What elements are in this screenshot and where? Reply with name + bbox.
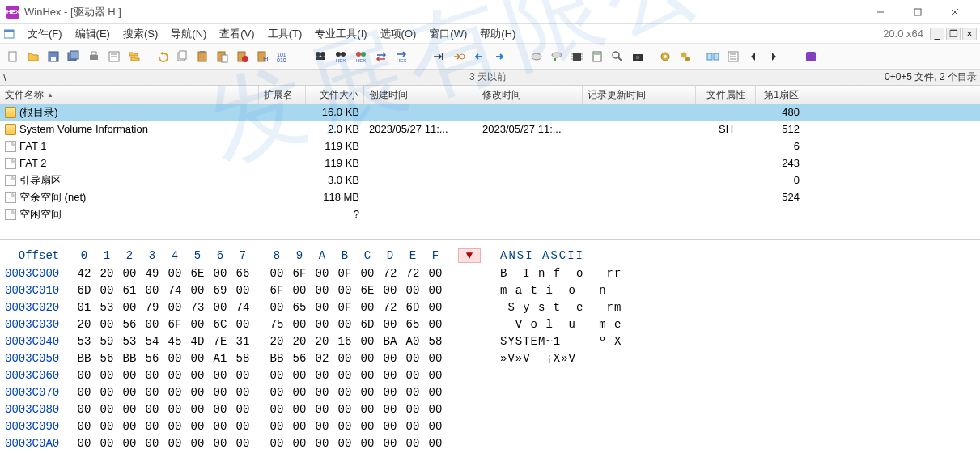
table-row[interactable]: FAT 1119 KB6 <box>0 138 980 155</box>
goto-offset-icon[interactable] <box>429 47 448 66</box>
hex-byte[interactable]: 6C <box>209 318 231 331</box>
hex-byte[interactable]: 00 <box>401 403 424 416</box>
hex-byte[interactable]: 00 <box>141 318 163 331</box>
menu-item[interactable]: 工具(T) <box>261 25 309 43</box>
hex-byte[interactable]: 00 <box>95 403 118 416</box>
hex-byte[interactable]: 6E <box>186 267 209 280</box>
camera-icon[interactable] <box>628 47 647 66</box>
table-row[interactable]: 空余空间 (net)118 MB524 <box>0 189 980 206</box>
hex-byte[interactable]: 6D <box>73 284 95 297</box>
hex-row[interactable]: 0003C0A000000000000000000000000000000000 <box>5 434 975 451</box>
table-row[interactable]: 空闲空间? <box>0 206 980 223</box>
hex-byte[interactable]: 65 <box>401 318 424 331</box>
hex-byte[interactable]: BA <box>379 335 401 348</box>
col-sector[interactable]: 第1扇区 <box>756 86 804 104</box>
hex-byte[interactable]: 00 <box>333 318 356 331</box>
hex-byte[interactable]: 00 <box>141 403 163 416</box>
hex-byte[interactable]: 20 <box>288 335 311 348</box>
hex-byte[interactable]: 00 <box>424 301 447 314</box>
col-ext[interactable]: 扩展名 <box>259 86 306 104</box>
hex-byte[interactable]: 0F <box>333 267 356 280</box>
hex-byte[interactable]: 00 <box>141 420 163 433</box>
hex-byte[interactable]: 6D <box>401 301 424 314</box>
hex-byte[interactable]: 00 <box>73 403 95 416</box>
minimize-button[interactable] <box>862 0 899 24</box>
hex-byte[interactable]: 00 <box>231 386 254 399</box>
hex-byte[interactable]: 00 <box>424 352 447 365</box>
paste-icon[interactable] <box>213 47 232 66</box>
menu-item[interactable]: 搜索(S) <box>117 25 164 43</box>
find-text-icon[interactable] <box>311 47 330 66</box>
hex-byte[interactable]: 00 <box>311 284 333 297</box>
hex-byte[interactable]: 00 <box>288 369 311 382</box>
hex-byte[interactable]: 66 <box>231 267 254 280</box>
hex-byte[interactable]: 65 <box>288 301 311 314</box>
col-mtime[interactable]: 修改时间 <box>477 86 583 104</box>
clipboard-icon[interactable] <box>193 47 212 66</box>
hex-byte[interactable]: 00 <box>95 284 118 297</box>
hex-byte[interactable]: 00 <box>231 284 254 297</box>
hex-byte[interactable]: 00 <box>311 318 333 331</box>
chip-icon[interactable] <box>567 47 587 66</box>
hex-byte[interactable]: 00 <box>379 403 401 416</box>
hex-byte[interactable]: 59 <box>95 335 118 348</box>
hex-byte[interactable]: 00 <box>163 386 186 399</box>
hex-byte[interactable]: 73 <box>186 301 209 314</box>
hex-byte[interactable]: BB <box>118 352 141 365</box>
hex-byte[interactable]: 20 <box>311 335 333 348</box>
hex-byte[interactable]: 00 <box>311 403 333 416</box>
hex-byte[interactable]: 00 <box>311 386 333 399</box>
hex-byte[interactable]: 00 <box>209 301 231 314</box>
hex-byte[interactable]: 00 <box>424 420 447 433</box>
hex-byte[interactable]: 4D <box>186 335 209 348</box>
hex-byte[interactable]: 00 <box>209 437 231 450</box>
hex-byte[interactable]: 00 <box>288 403 311 416</box>
find-hex-icon[interactable]: HEX <box>331 47 350 66</box>
hex-byte[interactable]: 58 <box>231 352 254 365</box>
hex-byte[interactable]: 00 <box>424 267 447 280</box>
hex-byte[interactable]: 31 <box>231 335 254 348</box>
hex-byte[interactable]: 00 <box>379 318 401 331</box>
hex-byte[interactable]: 20 <box>265 335 288 348</box>
hex-row[interactable]: 0003C06000000000000000000000000000000000 <box>5 367 975 384</box>
hex-byte[interactable]: A0 <box>401 335 424 348</box>
hex-byte[interactable]: 49 <box>141 267 163 280</box>
hex-byte[interactable]: 54 <box>141 335 163 348</box>
hex-byte[interactable]: 00 <box>333 284 356 297</box>
back-icon[interactable] <box>469 47 489 66</box>
hex-byte[interactable]: 00 <box>141 369 163 382</box>
hex-byte[interactable]: 00 <box>356 403 379 416</box>
hex-byte[interactable]: 00 <box>265 437 288 450</box>
hex-byte[interactable]: 00 <box>231 369 254 382</box>
hex-byte[interactable]: 01 <box>73 301 95 314</box>
hex-byte[interactable]: 00 <box>424 284 447 297</box>
hex-row[interactable]: 0003C030200056006F006C00750000006D006500… <box>5 316 975 333</box>
magnify-icon[interactable] <box>608 47 627 66</box>
goto-sector-icon[interactable] <box>449 47 469 66</box>
hex-byte[interactable]: 6F <box>288 267 311 280</box>
hex-byte[interactable]: 00 <box>73 386 95 399</box>
new-file-icon[interactable] <box>3 47 23 66</box>
hex-byte[interactable]: 6F <box>265 284 288 297</box>
hex-byte[interactable]: 00 <box>311 420 333 433</box>
hex-byte[interactable]: 00 <box>186 284 209 297</box>
hex-byte[interactable]: 00 <box>209 403 231 416</box>
hex-byte[interactable]: 00 <box>333 369 356 382</box>
hex-byte[interactable]: 75 <box>265 318 288 331</box>
maximize-button[interactable] <box>899 0 936 24</box>
replace-icon[interactable] <box>371 47 391 66</box>
hex-byte[interactable]: A1 <box>209 352 231 365</box>
hex-byte[interactable]: 00 <box>424 369 447 382</box>
hex-byte[interactable]: 00 <box>379 352 401 365</box>
hex-byte[interactable]: 00 <box>163 403 186 416</box>
hex-row[interactable]: 0003C08000000000000000000000000000000000 <box>5 401 975 417</box>
hex-byte[interactable]: 00 <box>379 386 401 399</box>
hex-byte[interactable]: 00 <box>311 437 333 450</box>
hex-byte[interactable]: 74 <box>163 284 186 297</box>
hex-byte[interactable]: 00 <box>356 437 379 450</box>
hex-byte[interactable]: 58 <box>424 335 447 348</box>
hex-row[interactable]: 0003C00042200049006E0066006F000F00727200… <box>5 265 975 282</box>
hex-byte[interactable]: 00 <box>311 369 333 382</box>
hex-byte[interactable]: 00 <box>95 437 118 450</box>
hex-byte[interactable]: 00 <box>379 284 401 297</box>
